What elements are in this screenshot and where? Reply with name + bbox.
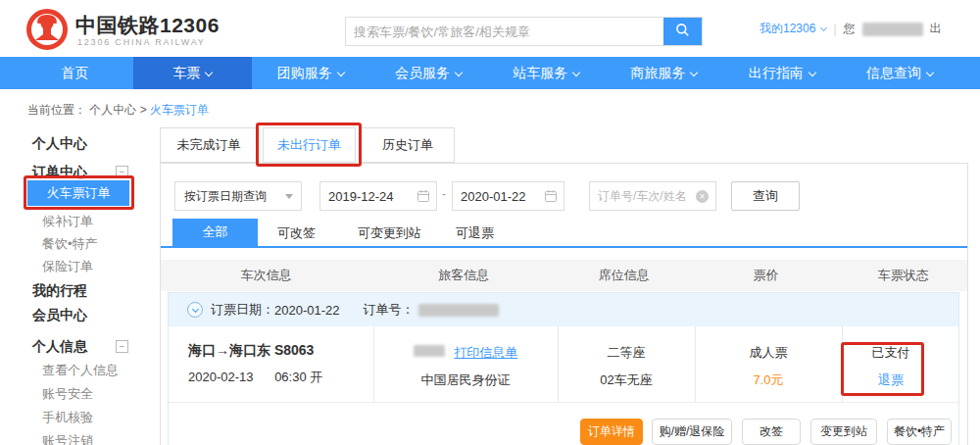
breadcrumb-label: 当前位置： <box>27 103 86 117</box>
account-bar: 我的12306 | 您 出 <box>760 21 942 37</box>
change-ticket-button[interactable]: 改签 <box>742 419 801 445</box>
order-row: 海口→海口东 S8063 2020-02-13 06:30 开 打印信息单 中国… <box>169 326 958 402</box>
depart-time: 06:30 开 <box>274 370 322 384</box>
print-info-link[interactable]: 打印信息单 <box>454 345 517 360</box>
sidebar-item-phone-verification[interactable]: 手机核验 <box>42 409 93 426</box>
search-box <box>345 17 703 46</box>
brand-subtitle: 12306 CHINA RAILWAY <box>77 37 206 47</box>
train-route: 海口→海口东 S8063 <box>188 342 322 360</box>
sidebar-item-train-orders[interactable]: 火车票订单 <box>27 180 129 206</box>
booking-date-label: 订票日期： <box>211 301 274 319</box>
insurance-button[interactable]: 购/赠/退保险 <box>652 419 732 445</box>
calendar-icon[interactable] <box>416 189 430 206</box>
nav-item-travel-guide[interactable]: 出行指南 <box>723 57 841 89</box>
greeting-text: 您 <box>844 21 856 37</box>
refund-link[interactable]: 退票 <box>842 371 940 389</box>
chevron-down-icon <box>820 25 827 31</box>
nav-item-info-query[interactable]: 信息查询 <box>841 57 958 89</box>
tab-unfinished-orders[interactable]: 未完成订单 <box>160 127 258 163</box>
sidebar-item-personal-center[interactable]: 个人中心 <box>32 135 87 153</box>
subtab-underline <box>161 246 967 248</box>
collapse-minus-icon[interactable] <box>116 166 128 178</box>
date-to-field <box>452 181 564 211</box>
sidebar-item-view-personal-info[interactable]: 查看个人信息 <box>42 362 119 379</box>
sidebar-item-insurance-orders[interactable]: 保险订单 <box>42 258 93 275</box>
nav-item-group-services[interactable]: 团购服务 <box>252 57 369 89</box>
date-range-dash: - <box>442 187 446 201</box>
nav-item-member-services[interactable]: 会员服务 <box>369 57 487 89</box>
tab-upcoming-orders[interactable]: 未出行订单 <box>263 127 356 163</box>
search-icon <box>675 23 690 40</box>
query-type-select[interactable]: 按订票日期查询 <box>174 181 302 211</box>
logout-link[interactable]: 出 <box>930 21 942 37</box>
nav-item-tickets[interactable]: 车票 <box>133 57 251 89</box>
query-type-value: 按订票日期查询 <box>175 182 267 210</box>
id-type: 中国居民身份证 <box>383 371 548 389</box>
order-group-header: 订票日期： 2020-01-22 订单号： <box>169 293 958 326</box>
nav-item-business-travel[interactable]: 商旅服务 <box>605 57 722 89</box>
sidebar-item-order-center[interactable]: 订单中心 <box>32 164 87 181</box>
chevron-down-icon <box>926 69 934 76</box>
username-redacted <box>862 23 923 36</box>
passenger-info-cell: 打印信息单 中国居民身份证 <box>383 344 548 389</box>
col-header-train: 车次信息 <box>161 260 371 291</box>
sidebar-item-personal-info[interactable]: 个人信息 <box>32 338 87 356</box>
col-header-price: 票价 <box>693 260 840 291</box>
ticket-price: 7.0元 <box>695 371 842 389</box>
seat-info-cell: 二等座 02车无座 <box>558 344 695 389</box>
nav-item-station-services[interactable]: 站车服务 <box>487 57 605 89</box>
column-divider <box>373 326 374 402</box>
breadcrumb-parent[interactable]: 个人中心 <box>89 103 136 117</box>
subtab-refundable[interactable]: 可退票 <box>456 224 494 242</box>
ticket-type: 成人票 <box>695 344 842 362</box>
change-station-button[interactable]: 变更到站 <box>810 419 877 445</box>
order-group: 订票日期： 2020-01-22 订单号： 海口→海口东 S8063 2020-… <box>168 292 959 445</box>
chevron-down-icon <box>808 69 815 76</box>
subtab-station-changeable[interactable]: 可变更到站 <box>358 224 421 242</box>
status-cell: 已支付 退票 <box>842 344 940 389</box>
order-no-redacted <box>418 304 499 317</box>
nav-item-home[interactable]: 首页 <box>16 57 133 89</box>
sidebar-item-account-cancellation[interactable]: 账号注销 <box>42 432 93 445</box>
my-12306-link[interactable]: 我的12306 <box>760 21 826 37</box>
subtab-all[interactable]: 全部 <box>172 219 258 246</box>
seat-class: 二等座 <box>558 344 695 362</box>
query-button[interactable]: 查询 <box>731 181 800 211</box>
sidebar-item-account-security[interactable]: 账号安全 <box>42 385 93 403</box>
depart-date: 2020-02-13 <box>188 370 254 384</box>
status-badge: 已支付 <box>842 344 940 362</box>
col-header-status: 车票状态 <box>839 260 967 291</box>
collapse-minus-icon[interactable] <box>116 340 128 353</box>
chevron-down-icon <box>205 69 213 76</box>
order-no-label: 订单号： <box>364 301 415 319</box>
my-12306-label: 我的12306 <box>760 22 815 35</box>
order-actions-row: 订单详情 购/赠/退保险 改签 变更到站 餐饮•特产 <box>169 402 958 445</box>
sidebar-item-my-trips[interactable]: 我的行程 <box>32 282 87 300</box>
chevron-down-icon <box>690 69 698 76</box>
breadcrumb: 当前位置： 个人中心 > 火车票订单 <box>27 102 209 119</box>
orders-panel: 按订票日期查询 - <box>160 163 968 445</box>
breadcrumb-current: 火车票订单 <box>150 103 209 117</box>
sidebar-item-member-center[interactable]: 会员中心 <box>32 307 87 324</box>
caret-down-icon <box>285 194 293 199</box>
tab-history-orders[interactable]: 历史订单 <box>361 127 455 163</box>
date-from-field <box>319 181 437 211</box>
sidebar-item-waitlist-orders[interactable]: 候补订单 <box>42 213 93 230</box>
collapse-toggle-icon[interactable] <box>187 302 203 318</box>
clear-icon[interactable]: × <box>696 190 709 203</box>
booking-date-value: 2020-01-22 <box>274 303 340 318</box>
search-input[interactable] <box>346 18 655 45</box>
calendar-icon[interactable] <box>544 189 558 206</box>
order-detail-button[interactable]: 订单详情 <box>580 419 643 445</box>
search-button[interactable] <box>663 18 702 45</box>
page: 中国铁路12306 12306 CHINA RAILWAY 我的12306 | … <box>0 0 980 445</box>
dining-specialty-button[interactable]: 餐饮•特产 <box>887 419 952 445</box>
main-nav: 首页 车票 团购服务 会员服务 站车服务 商旅服务 出行指南 信息查询 <box>0 57 980 89</box>
brand-title: 中国铁路12306 <box>75 12 220 39</box>
subtab-changeable[interactable]: 可改签 <box>277 224 316 242</box>
sidebar-item-dining-specialty[interactable]: 餐饮•特产 <box>42 235 98 253</box>
seat-no: 02车无座 <box>558 371 695 389</box>
chevron-down-icon <box>572 69 580 76</box>
keyword-field: × <box>589 181 716 211</box>
chevron-down-icon <box>336 69 344 76</box>
